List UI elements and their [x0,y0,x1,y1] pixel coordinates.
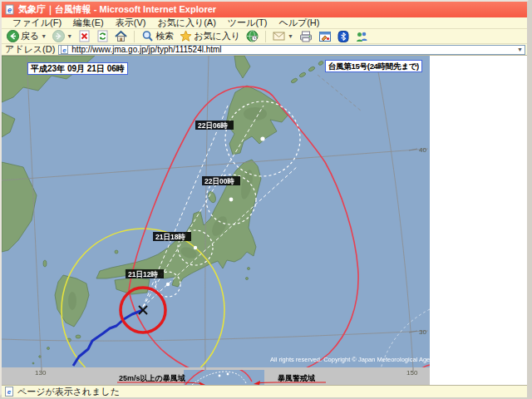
toolbar-separator [134,31,135,42]
track-label-22-06: 22日06時 [198,121,228,130]
mail-icon [273,31,286,42]
print-icon [299,31,313,42]
svg-text:e: e [63,47,67,54]
address-label: アドレス(D) [5,43,55,56]
search-button[interactable]: 検索 [140,30,175,42]
edit-page-button[interactable] [317,31,333,42]
edit-page-icon [318,31,332,42]
track-label-21-12: 21日12時 [128,270,158,278]
search-icon [141,30,154,42]
home-button[interactable] [113,30,129,42]
stop-button[interactable] [76,30,92,42]
messenger-icon [355,31,368,42]
map-typhoon-label: 台風第15号(24時間先まで) [325,60,422,72]
legend-storm-area-label: 25m/s以上の暴風域 [119,374,185,382]
menu-file[interactable]: ファイル(F) [7,17,67,29]
toolbar-separator [265,31,266,42]
forward-dropdown-icon[interactable]: ▼ [66,33,72,39]
refresh-button[interactable] [95,30,111,42]
history-button[interactable] [244,30,260,42]
status-bar: e ページが表示されました [2,385,527,397]
lat-label-30: 30 [419,328,426,336]
mail-dropdown-icon[interactable]: ▼ [288,33,293,39]
refresh-icon [96,30,109,42]
title-bar: e 気象庁｜台風情報 - Microsoft Internet Explorer [2,2,527,17]
menu-bar: ファイル(F) 編集(E) 表示(V) お気に入り(A) ツール(T) ヘルプ(… [2,17,527,29]
address-field[interactable]: e ▼ [58,45,525,55]
messenger-button[interactable] [353,31,370,42]
bluetooth-icon [337,31,349,42]
address-bar: アドレス(D) e ▼ [2,44,527,56]
page-icon: e [61,45,69,54]
svg-text:e: e [7,388,12,396]
track-label-22-00: 22日00時 [204,177,234,185]
svg-text:e: e [7,6,12,14]
forward-button[interactable]: ▼ [51,30,74,42]
history-icon [246,30,259,42]
bluetooth-button[interactable] [336,31,351,42]
map-datetime-label: 平成23年 09月 21日 06時 [27,62,128,75]
back-button[interactable]: 戻る ▼ [5,30,48,42]
menu-tools[interactable]: ツール(T) [222,17,273,29]
page-content: 22日06時 22日00時 21日18時 21日12時 All rights r… [2,56,527,385]
typhoon-map: 22日06時 22日00時 21日18時 21日12時 All rights r… [2,56,430,385]
track-label-21-18: 21日18時 [155,233,185,241]
status-text: ページが表示されました [17,386,120,398]
print-button[interactable] [298,31,314,42]
lon-label-130: 130 [35,369,47,377]
back-label: 戻る [21,30,39,42]
ie-page-icon: e [5,4,15,15]
menu-help[interactable]: ヘルプ(H) [273,17,325,29]
legend-warning-area-label: 暴風警戒域 [277,374,315,382]
favorites-label: お気に入り [194,30,240,42]
browser-window: e 気象庁｜台風情報 - Microsoft Internet Explorer… [0,0,529,396]
home-icon [115,30,127,42]
window-title: 気象庁｜台風情報 - Microsoft Internet Explorer [18,3,216,16]
menu-favorites[interactable]: お気に入り(A) [151,17,221,29]
stop-icon [78,30,91,42]
menu-edit[interactable]: 編集(E) [67,17,110,29]
status-page-icon: e [5,387,14,397]
address-dropdown-icon[interactable]: ▼ [517,47,523,52]
standard-toolbar: 戻る ▼ ▼ 検索 [2,29,527,44]
mail-button[interactable]: ▼ [271,31,295,42]
lat-label-40: 40 [419,146,426,154]
back-icon [7,30,19,42]
address-input[interactable] [71,46,515,54]
favorites-button[interactable]: お気に入り [178,30,242,42]
favorites-star-icon [180,30,192,42]
forward-icon [52,30,65,42]
back-dropdown-icon[interactable]: ▼ [41,33,47,39]
lon-label-150: 150 [406,369,418,377]
menu-view[interactable]: 表示(V) [110,17,152,29]
map-copyright: All rights reserved. Copyright © Japan M… [270,356,430,363]
search-label: 検索 [155,30,174,42]
